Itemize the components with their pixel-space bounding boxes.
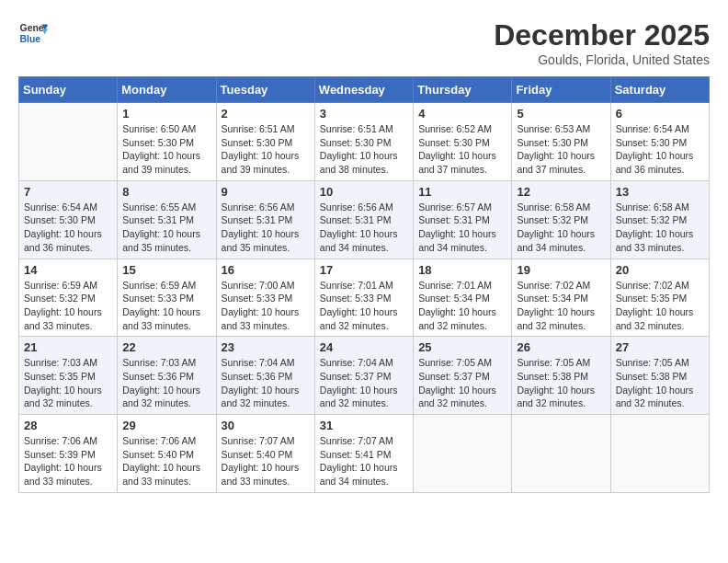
day-number: 30 xyxy=(222,419,310,432)
calendar-cell: 3Sunrise: 6:51 AM Sunset: 5:30 PM Daylig… xyxy=(314,103,413,181)
calendar-cell: 24Sunrise: 7:04 AM Sunset: 5:37 PM Dayli… xyxy=(314,337,413,415)
weekday-header-wednesday: Wednesday xyxy=(314,77,413,103)
day-number: 6 xyxy=(616,107,704,121)
day-info: Sunrise: 7:06 AM Sunset: 5:40 PM Dayligh… xyxy=(122,434,210,488)
day-number: 16 xyxy=(222,263,310,277)
day-number: 12 xyxy=(517,185,605,199)
day-number: 11 xyxy=(418,185,506,199)
day-info: Sunrise: 7:01 AM Sunset: 5:34 PM Dayligh… xyxy=(418,279,506,333)
calendar-cell: 2Sunrise: 6:51 AM Sunset: 5:30 PM Daylig… xyxy=(216,103,314,181)
day-info: Sunrise: 7:03 AM Sunset: 5:35 PM Dayligh… xyxy=(24,356,112,410)
calendar-cell: 30Sunrise: 7:07 AM Sunset: 5:40 PM Dayli… xyxy=(216,415,314,493)
calendar-cell: 16Sunrise: 7:00 AM Sunset: 5:33 PM Dayli… xyxy=(216,259,314,337)
location: Goulds, Florida, United States xyxy=(494,52,710,67)
day-info: Sunrise: 6:50 AM Sunset: 5:30 PM Dayligh… xyxy=(122,122,210,177)
title-area: December 2025 Goulds, Florida, United St… xyxy=(494,18,710,67)
day-info: Sunrise: 6:54 AM Sunset: 5:30 PM Dayligh… xyxy=(24,201,112,255)
day-info: Sunrise: 6:58 AM Sunset: 5:32 PM Dayligh… xyxy=(517,201,605,255)
day-number: 7 xyxy=(24,185,112,199)
calendar-week-row: 7Sunrise: 6:54 AM Sunset: 5:30 PM Daylig… xyxy=(19,180,710,259)
calendar-cell: 4Sunrise: 6:52 AM Sunset: 5:30 PM Daylig… xyxy=(414,103,512,181)
calendar-cell: 13Sunrise: 6:58 AM Sunset: 5:32 PM Dayli… xyxy=(610,180,709,259)
day-info: Sunrise: 7:05 AM Sunset: 5:38 PM Dayligh… xyxy=(616,356,704,410)
calendar-week-row: 1Sunrise: 6:50 AM Sunset: 5:30 PM Daylig… xyxy=(19,103,710,181)
calendar-cell: 25Sunrise: 7:05 AM Sunset: 5:37 PM Dayli… xyxy=(414,337,512,415)
day-info: Sunrise: 7:00 AM Sunset: 5:33 PM Dayligh… xyxy=(222,279,310,333)
calendar-cell: 19Sunrise: 7:02 AM Sunset: 5:34 PM Dayli… xyxy=(512,259,610,337)
day-info: Sunrise: 7:02 AM Sunset: 5:34 PM Dayligh… xyxy=(517,279,605,333)
day-number: 28 xyxy=(24,419,112,432)
weekday-header-monday: Monday xyxy=(118,77,216,103)
day-info: Sunrise: 6:56 AM Sunset: 5:31 PM Dayligh… xyxy=(222,201,310,255)
svg-text:Blue: Blue xyxy=(20,34,41,44)
calendar-cell: 9Sunrise: 6:56 AM Sunset: 5:31 PM Daylig… xyxy=(216,180,314,259)
calendar-cell xyxy=(610,415,709,493)
calendar-cell: 5Sunrise: 6:53 AM Sunset: 5:30 PM Daylig… xyxy=(512,103,610,181)
day-number: 2 xyxy=(222,107,310,121)
day-number: 4 xyxy=(418,107,506,121)
calendar-cell: 17Sunrise: 7:01 AM Sunset: 5:33 PM Dayli… xyxy=(314,259,413,337)
day-info: Sunrise: 6:58 AM Sunset: 5:32 PM Dayligh… xyxy=(616,201,704,255)
calendar-cell: 31Sunrise: 7:07 AM Sunset: 5:41 PM Dayli… xyxy=(314,415,413,493)
day-number: 23 xyxy=(222,340,310,354)
calendar-week-row: 28Sunrise: 7:06 AM Sunset: 5:39 PM Dayli… xyxy=(19,415,710,493)
calendar-cell: 15Sunrise: 6:59 AM Sunset: 5:33 PM Dayli… xyxy=(118,259,216,337)
day-info: Sunrise: 6:53 AM Sunset: 5:30 PM Dayligh… xyxy=(517,122,605,177)
day-number: 21 xyxy=(24,340,112,354)
day-number: 29 xyxy=(122,419,210,432)
weekday-header-thursday: Thursday xyxy=(414,77,512,103)
weekday-header-sunday: Sunday xyxy=(19,77,118,103)
calendar-cell: 20Sunrise: 7:02 AM Sunset: 5:35 PM Dayli… xyxy=(610,259,709,337)
day-info: Sunrise: 7:03 AM Sunset: 5:36 PM Dayligh… xyxy=(122,356,210,410)
day-info: Sunrise: 6:56 AM Sunset: 5:31 PM Dayligh… xyxy=(320,201,408,255)
day-number: 31 xyxy=(320,419,408,432)
day-number: 5 xyxy=(517,107,605,121)
day-number: 18 xyxy=(418,263,506,277)
calendar-cell: 23Sunrise: 7:04 AM Sunset: 5:36 PM Dayli… xyxy=(216,337,314,415)
calendar-cell xyxy=(414,415,512,493)
calendar-cell xyxy=(512,415,610,493)
day-info: Sunrise: 6:55 AM Sunset: 5:31 PM Dayligh… xyxy=(122,201,210,255)
day-info: Sunrise: 6:52 AM Sunset: 5:30 PM Dayligh… xyxy=(418,122,506,177)
day-info: Sunrise: 6:54 AM Sunset: 5:30 PM Dayligh… xyxy=(616,122,704,177)
day-number: 19 xyxy=(517,263,605,277)
day-number: 15 xyxy=(122,263,210,277)
calendar-cell: 18Sunrise: 7:01 AM Sunset: 5:34 PM Dayli… xyxy=(414,259,512,337)
day-number: 9 xyxy=(222,185,310,199)
calendar-cell: 22Sunrise: 7:03 AM Sunset: 5:36 PM Dayli… xyxy=(118,337,216,415)
day-info: Sunrise: 7:05 AM Sunset: 5:37 PM Dayligh… xyxy=(418,356,506,410)
day-number: 25 xyxy=(418,340,506,354)
calendar-cell: 14Sunrise: 6:59 AM Sunset: 5:32 PM Dayli… xyxy=(19,259,118,337)
calendar-cell xyxy=(19,103,118,181)
day-info: Sunrise: 7:04 AM Sunset: 5:36 PM Dayligh… xyxy=(222,356,310,410)
calendar-cell: 26Sunrise: 7:05 AM Sunset: 5:38 PM Dayli… xyxy=(512,337,610,415)
day-info: Sunrise: 7:07 AM Sunset: 5:41 PM Dayligh… xyxy=(320,434,408,488)
day-info: Sunrise: 7:01 AM Sunset: 5:33 PM Dayligh… xyxy=(320,279,408,333)
calendar-cell: 7Sunrise: 6:54 AM Sunset: 5:30 PM Daylig… xyxy=(19,180,118,259)
calendar-cell: 27Sunrise: 7:05 AM Sunset: 5:38 PM Dayli… xyxy=(610,337,709,415)
day-info: Sunrise: 7:05 AM Sunset: 5:38 PM Dayligh… xyxy=(517,356,605,410)
calendar-cell: 29Sunrise: 7:06 AM Sunset: 5:40 PM Dayli… xyxy=(118,415,216,493)
day-info: Sunrise: 6:51 AM Sunset: 5:30 PM Dayligh… xyxy=(320,122,408,177)
day-info: Sunrise: 6:51 AM Sunset: 5:30 PM Dayligh… xyxy=(222,122,310,177)
day-number: 20 xyxy=(616,263,704,277)
calendar-cell: 28Sunrise: 7:06 AM Sunset: 5:39 PM Dayli… xyxy=(19,415,118,493)
page-header: General Blue December 2025 Goulds, Flori… xyxy=(18,18,710,67)
calendar-table: SundayMondayTuesdayWednesdayThursdayFrid… xyxy=(18,76,710,493)
calendar-cell: 11Sunrise: 6:57 AM Sunset: 5:31 PM Dayli… xyxy=(414,180,512,259)
day-number: 10 xyxy=(320,185,408,199)
logo-icon: General Blue xyxy=(18,18,48,48)
day-number: 24 xyxy=(320,340,408,354)
day-number: 27 xyxy=(616,340,704,354)
day-info: Sunrise: 7:02 AM Sunset: 5:35 PM Dayligh… xyxy=(616,279,704,333)
day-info: Sunrise: 6:57 AM Sunset: 5:31 PM Dayligh… xyxy=(418,201,506,255)
weekday-header-row: SundayMondayTuesdayWednesdayThursdayFrid… xyxy=(19,77,710,103)
weekday-header-friday: Friday xyxy=(512,77,610,103)
day-info: Sunrise: 7:06 AM Sunset: 5:39 PM Dayligh… xyxy=(24,434,112,488)
calendar-week-row: 21Sunrise: 7:03 AM Sunset: 5:35 PM Dayli… xyxy=(19,337,710,415)
day-info: Sunrise: 6:59 AM Sunset: 5:32 PM Dayligh… xyxy=(24,279,112,333)
day-number: 8 xyxy=(122,185,210,199)
calendar-week-row: 14Sunrise: 6:59 AM Sunset: 5:32 PM Dayli… xyxy=(19,259,710,337)
calendar-cell: 12Sunrise: 6:58 AM Sunset: 5:32 PM Dayli… xyxy=(512,180,610,259)
day-info: Sunrise: 6:59 AM Sunset: 5:33 PM Dayligh… xyxy=(122,279,210,333)
